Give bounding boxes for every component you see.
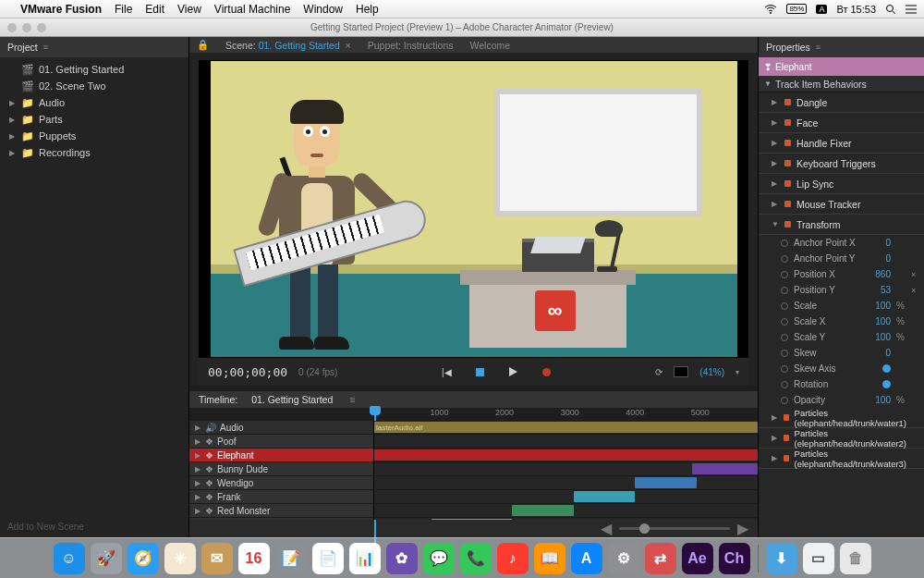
app-menu[interactable]: VMware Fusion (20, 3, 102, 16)
dock-app-icon[interactable]: 🗑 (840, 543, 871, 574)
dock-app-icon[interactable]: 💬 (423, 543, 455, 574)
dock-app-icon[interactable]: ☺ (54, 543, 85, 574)
add-to-new-scene[interactable]: Add to New Scene (0, 516, 188, 537)
stopwatch-icon[interactable] (882, 380, 891, 388)
notification-center-icon[interactable] (906, 5, 917, 14)
property-row[interactable]: Rotation (759, 376, 924, 392)
play-button[interactable] (506, 365, 519, 378)
menu-view[interactable]: View (177, 3, 201, 16)
timeline-clip[interactable]: lasterAudio.aif (374, 422, 758, 433)
property-row[interactable]: Opacity100% (759, 392, 924, 408)
timeline-prev-icon[interactable]: ◀ (601, 520, 612, 537)
properties-panel-header[interactable]: Properties≡ (759, 37, 924, 57)
dock-app-icon[interactable]: ♪ (497, 543, 529, 574)
behavior-particles[interactable]: ▶Particles (elephant/head/trunk/water2) (759, 428, 924, 449)
property-row[interactable]: Position X860× (759, 266, 924, 282)
puppet-tab[interactable]: Puppet: Instructions (368, 40, 454, 51)
stop-button[interactable] (473, 365, 486, 378)
timeline-clip[interactable] (432, 519, 512, 520)
scene-viewport[interactable]: ∞ (199, 60, 748, 358)
dock-app-icon[interactable]: ✿ (386, 543, 418, 574)
project-item[interactable]: ▶📁Puppets (0, 128, 188, 144)
property-row[interactable]: Position Y53× (759, 282, 924, 298)
behavior-row[interactable]: ▶Lip Sync (759, 174, 924, 194)
timeline-panel-header[interactable]: Timeline: 01. Getting Started ≡ (189, 391, 758, 407)
property-row[interactable]: Anchor Point X0 (759, 235, 924, 251)
keyframe-ring-icon[interactable] (781, 240, 788, 247)
playhead[interactable] (370, 406, 381, 415)
timeline-track[interactable]: ▶❖Bunny Dude (189, 462, 758, 476)
dock-app-icon[interactable]: ▭ (803, 543, 834, 574)
dock-app-icon[interactable]: 📝 (275, 543, 307, 574)
timeline-clip[interactable] (512, 505, 573, 516)
keyframe-ring-icon[interactable] (781, 365, 788, 373)
dock-app-icon[interactable]: Ch (719, 543, 750, 574)
timeline-track[interactable]: ▶❖Red Monster (189, 504, 758, 518)
timeline-clip[interactable] (692, 463, 758, 474)
record-button[interactable] (540, 365, 553, 378)
timeline-clip[interactable] (574, 491, 635, 502)
dock-app-icon[interactable]: ⇄ (645, 543, 676, 574)
behavior-row[interactable]: ▶Handle Fixer (759, 133, 924, 154)
keyframe-ring-icon[interactable] (781, 334, 788, 341)
behavior-row[interactable]: ▶Mouse Tracker (759, 194, 924, 215)
keyframe-ring-icon[interactable] (781, 381, 788, 388)
dock-app-icon[interactable]: Ae (682, 543, 713, 574)
viewport-zoom[interactable]: (41%) (699, 367, 724, 377)
dock-app-icon[interactable]: 📄 (312, 543, 344, 574)
panel-menu-icon[interactable]: ≡ (43, 43, 48, 52)
property-row[interactable]: Scale X100% (759, 314, 924, 329)
timeline-track[interactable]: ▶🔊AudiolasterAudio.aif (189, 421, 758, 435)
dock-app-icon[interactable]: ⚙ (608, 543, 639, 574)
scene-tab[interactable]: Scene: 01. Getting Started × (225, 40, 351, 51)
property-row[interactable]: Scale Y100% (759, 329, 924, 345)
dock-app-icon[interactable]: 📞 (460, 543, 492, 574)
timeline-zoom-slider[interactable] (619, 527, 730, 530)
keyframe-ring-icon[interactable] (781, 350, 788, 357)
stopwatch-icon[interactable] (882, 364, 891, 373)
keyframe-ring-icon[interactable] (781, 255, 788, 263)
timeline-track[interactable]: ▶❖Frank (189, 490, 758, 504)
welcome-tab[interactable]: Welcome (470, 40, 511, 51)
timecode-display[interactable]: 00;00;00;00 (208, 365, 287, 379)
menu-virtual-machine[interactable]: Virtual Machine (214, 3, 291, 16)
property-row[interactable]: Scale100% (759, 298, 924, 314)
keyframe-ring-icon[interactable] (781, 271, 788, 278)
project-panel-header[interactable]: Project≡ (0, 37, 188, 57)
project-item[interactable]: ▶📁Audio (0, 94, 188, 111)
project-item[interactable]: 🎬01. Getting Started (0, 61, 188, 78)
project-item[interactable]: ▶📁Recordings (0, 144, 188, 161)
project-item[interactable]: ▶📁Parts (0, 111, 188, 128)
keyframe-ring-icon[interactable] (781, 302, 788, 310)
menu-window[interactable]: Window (303, 3, 343, 16)
behavior-transform[interactable]: ▼Transform (759, 215, 924, 235)
dock-app-icon[interactable]: 📖 (534, 543, 565, 574)
timeline-track[interactable]: ▶❖Wendigo (189, 476, 758, 490)
dock-app-icon[interactable]: 🚀 (91, 543, 122, 574)
dock-app-icon[interactable]: A (571, 543, 602, 574)
behavior-row[interactable]: ▶Dangle (759, 92, 924, 113)
dock-app-icon[interactable]: ✉ (201, 543, 233, 574)
bg-swatch[interactable] (674, 366, 688, 377)
menu-help[interactable]: Help (356, 3, 379, 16)
menubar-clock[interactable]: Вт 15:53 (836, 4, 876, 15)
behavior-particles[interactable]: ▶Particles (elephant/head/trunk/water1) (759, 408, 924, 428)
wifi-icon[interactable] (764, 5, 777, 14)
dock-app-icon[interactable]: 🧭 (128, 543, 159, 574)
loop-button[interactable]: ⟳ (655, 367, 663, 377)
spotlight-icon[interactable] (885, 4, 896, 15)
timeline-next-icon[interactable]: ▶ (737, 520, 748, 537)
property-row[interactable]: Skew0 (759, 345, 924, 361)
timeline-track[interactable]: ▶❖Poof (189, 435, 758, 449)
go-to-start-button[interactable]: |◀ (440, 365, 453, 378)
track-item-behaviors-group[interactable]: ▼Track Item Behaviors (759, 76, 924, 92)
menu-file[interactable]: File (115, 3, 132, 16)
keyframe-ring-icon[interactable] (781, 287, 788, 294)
timeline-clip[interactable] (374, 449, 758, 461)
behavior-row[interactable]: ▶Face (759, 113, 924, 133)
property-row[interactable]: Skew Axis (759, 361, 924, 376)
dock-app-icon[interactable]: ⬇ (766, 543, 797, 574)
dock-app-icon[interactable]: 📊 (349, 543, 381, 574)
keyframe-ring-icon[interactable] (781, 397, 788, 404)
dock-app-icon[interactable]: 16 (238, 543, 270, 574)
